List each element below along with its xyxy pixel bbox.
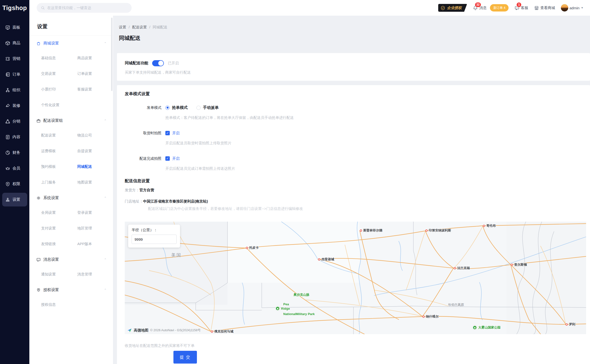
city-marker-icon	[454, 267, 456, 269]
map-copyright: 高德地图 © 2026 AutoNavi - GS(2024)1158号	[127, 328, 201, 333]
nav-item-finance[interactable]: 财务	[2, 146, 27, 159]
customer-service-button[interactable]: 1 客服	[514, 5, 528, 11]
chevron-up-icon[interactable]: ⌃	[104, 42, 107, 45]
scrollbar-thumb[interactable]	[111, 18, 113, 91]
store-address-desc: 配送区域以门店为中心设置服务半径，若要修改地址，请前往门店设置-->门店信息进行…	[148, 206, 586, 212]
radio-grab-label[interactable]: 抢单模式	[172, 105, 188, 110]
settings-menu-item[interactable]: 登录设置	[77, 205, 113, 220]
nav-item-content[interactable]: 内容	[2, 130, 27, 144]
new-order-badge[interactable]: 新订单 4	[490, 4, 509, 11]
messages-button[interactable]: 32 消息	[473, 5, 487, 11]
global-search[interactable]: 在这里查找功能，一键直达	[37, 3, 132, 13]
dispatch-card: 发单模式设置 发单模式 抢单模式 手动派单 抢单模式：客户待配送的订单，将在抢单…	[117, 85, 590, 363]
delivery-icon	[36, 118, 41, 123]
settings-group-header[interactable]: 商城设置 ⌃	[29, 36, 113, 50]
settings-menu-item[interactable]: 同城配送	[77, 159, 113, 174]
settings-menu-item[interactable]: 地图设置	[77, 174, 113, 190]
nav-item-settings[interactable]: 设置	[2, 193, 27, 206]
settings-menu-item[interactable]: 个性化设置	[41, 97, 77, 113]
radio-manual-mode[interactable]	[196, 106, 201, 110]
search-icon	[41, 6, 45, 10]
nav-item-label: 组织	[12, 88, 20, 93]
breadcrumb-item[interactable]: 设置	[119, 25, 126, 30]
settings-group-label: 商城设置	[43, 41, 59, 46]
settings-menu-item[interactable]: 支付设置	[41, 220, 77, 236]
nav-item-marketing[interactable]: 营销	[2, 52, 27, 66]
pickup-photo-on[interactable]: 开启	[172, 131, 180, 136]
settings-menu-item[interactable]: 订单设置	[77, 66, 113, 81]
settings-group-header[interactable]: 配送设置组 ⌃	[29, 114, 113, 127]
settings-groups: 商城设置 ⌃基础信息商品设置交易设置订单设置小票打印客服设置个性化设置 配送设置…	[29, 36, 113, 312]
breadcrumb-item[interactable]: 配送设置	[132, 25, 147, 30]
settings-group-label: 系统设置	[43, 195, 59, 201]
settings-menu-item[interactable]: 商品设置	[77, 50, 113, 66]
map-terrain-label: 坎伯兰高原	[448, 303, 464, 307]
settings-menu-item[interactable]: 客服设置	[77, 81, 113, 97]
settings-group-header[interactable]: 系统设置 ⌃	[29, 191, 113, 205]
shop-icon	[36, 41, 41, 46]
nav-item-dashboard[interactable]: 面板	[2, 21, 27, 34]
settings-menu-item[interactable]: 物流公司	[77, 127, 113, 143]
settings-group-header[interactable]: 消息设置 ⌃	[29, 253, 113, 266]
chevron-up-icon[interactable]: ⌃	[104, 119, 107, 123]
radius-input[interactable]	[132, 235, 177, 244]
view-shop-button[interactable]: 查看商城	[534, 5, 555, 11]
nav-item-label: 营销	[12, 56, 20, 61]
nav-item-product[interactable]: 商品	[2, 36, 27, 50]
nav-item-label: 权限	[12, 182, 20, 187]
nav-item-org[interactable]: 组织	[2, 83, 27, 97]
pickup-photo-checkbox[interactable]: ✓	[165, 131, 170, 135]
nav-item-decorate[interactable]: 装修	[2, 99, 27, 113]
city-delivery-toggle[interactable]	[152, 60, 164, 66]
settings-menu-item[interactable]: 运费模板	[41, 143, 77, 159]
radio-grab-mode[interactable]	[165, 106, 170, 110]
dispatch-title: 发单模式设置	[125, 91, 586, 96]
settings-menu-item[interactable]: 自提设置	[77, 143, 113, 159]
settings-menu-item[interactable]: 友情链接	[41, 236, 77, 252]
chevron-down-icon: ▼	[581, 6, 584, 9]
nav-item-label: 内容	[12, 135, 20, 140]
nav-item-member[interactable]: 会员	[2, 161, 27, 175]
feature-status: 已开启	[168, 61, 179, 66]
settings-menu-item[interactable]: 消息管理	[77, 266, 113, 282]
chevron-up-icon[interactable]: ⌃	[104, 288, 107, 292]
settings-menu-item[interactable]: 全局设置	[41, 205, 77, 220]
nav-item-distribution[interactable]: 分销	[2, 114, 27, 128]
settings-menu-item[interactable]: 上门服务	[41, 174, 77, 190]
chevron-up-icon[interactable]: ⌃	[104, 196, 107, 200]
settings-menu-item[interactable]: 配送设置	[41, 127, 77, 143]
submit-button[interactable]: 提 交	[173, 351, 197, 364]
city-marker-icon	[483, 225, 485, 227]
settings-menu-item[interactable]: 小票打印	[41, 81, 77, 97]
settings-sidebar: 设置 商城设置 ⌃基础信息商品设置交易设置订单设置小票打印客服设置个性化设置 配…	[29, 16, 113, 364]
settings-group-header[interactable]: 授权设置 ⌃	[29, 283, 113, 297]
radio-manual-label[interactable]: 手动派单	[203, 105, 219, 110]
nav-item-label: 分销	[12, 119, 20, 124]
park-icon: ♣	[473, 325, 477, 330]
settings-menu-item[interactable]: APP版本	[77, 236, 113, 252]
brand-logo[interactable]: Tigshop	[0, 0, 29, 16]
settings-menu-item[interactable]: 基础信息	[41, 50, 77, 66]
map-copyright-text: © 2026 AutoNavi - GS(2024)1158号	[150, 328, 201, 332]
pickup-photo-label: 取货时拍照	[125, 131, 161, 136]
settings-group-items: 通知设置消息管理	[41, 266, 113, 282]
map-city-label: 托皮卡	[246, 246, 259, 250]
delivery-map[interactable]: 半径（公里）： 托皮卡斯普林菲尔德印第安纳波利斯哥伦布杰斐逊城法兰克福查尔斯顿纳…	[125, 222, 586, 334]
settings-menu-item[interactable]: 授权信息	[41, 297, 77, 312]
nav-item-order[interactable]: 订单	[2, 68, 27, 81]
chevron-up-icon[interactable]: ⌃	[104, 258, 107, 262]
settings-menu-item[interactable]: 交易设置	[41, 66, 77, 81]
settings-menu-item[interactable]: 通知设置	[41, 266, 77, 282]
store-address-label: 门店地址：	[125, 199, 143, 204]
content-icon	[5, 135, 10, 140]
settings-menu-item[interactable]: 地区管理	[77, 220, 113, 236]
done-photo-on[interactable]: 开启	[172, 156, 180, 161]
nav-item-auth[interactable]: 权限	[2, 177, 27, 191]
city-marker-icon	[318, 258, 320, 261]
done-photo-checkbox[interactable]: ✓	[165, 156, 170, 161]
map-city-label: 杰斐逊城	[318, 257, 334, 262]
settings-menu-item[interactable]: 预约模板	[41, 159, 77, 174]
user-menu[interactable]: admin ▼	[561, 4, 584, 11]
enterprise-license-badge[interactable]: 企业授权	[438, 4, 467, 12]
mode-desc: 抢单模式：客户待配送的订单，将在抢单大厅保留，由配送员手动抢单进行配送	[165, 115, 586, 121]
